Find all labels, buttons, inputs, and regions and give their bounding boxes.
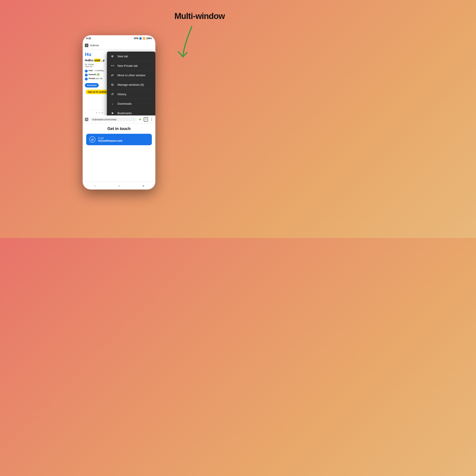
menu-item-private-tab-label: New Private tab (118, 64, 138, 68)
move-window-icon: ⇄ (110, 73, 114, 77)
lower-url-bar[interactable]: hubrowser.com/contac (90, 118, 137, 121)
signup-button[interactable]: Sign-up for updates (86, 90, 109, 94)
upper-browser-content: Hu HuBro user , p By SingapYitao Hu Fast… (83, 49, 155, 116)
downloads-icon: ↓ (110, 102, 114, 105)
menu-item-manage-windows-label: Manage windows (6) (118, 83, 144, 86)
menu-item-history-label: History (118, 93, 126, 96)
new-tab-icon: ⊕ (110, 54, 114, 58)
status-battery: 100% (146, 37, 152, 40)
status-bar: 4:32 VPN 🔵 📶 100% (83, 35, 155, 41)
menu-item-bookmarks[interactable]: ★ Bookmarks (107, 108, 155, 116)
recents-button[interactable]: ≡ (140, 183, 146, 189)
home-button[interactable]: ○ (116, 183, 122, 189)
status-wifi-icon: 📶 (143, 37, 145, 40)
menu-item-move-window[interactable]: ⇄ Move to other window (107, 70, 155, 80)
menu-item-downloads-label: Downloads (118, 102, 132, 105)
at-icon: @ (89, 136, 95, 143)
feature-fast-text: Fast – s tracking... (89, 69, 105, 72)
logo-h: H (85, 51, 88, 57)
email-card[interactable]: @ Email hi@selfreason.com (86, 134, 152, 145)
private-tab-icon: 👓 (110, 64, 114, 68)
phone-frame: 4:32 VPN 🔵 📶 100% ⇌ hubrow Hu HuBro user… (83, 35, 155, 189)
extension-icon[interactable]: 🧩 (138, 118, 142, 121)
annotation-arrow (172, 24, 198, 60)
manage-windows-icon: ⧉ (110, 83, 114, 87)
email-label: Email (98, 137, 122, 139)
menu-item-new-tab[interactable]: ⊕ New tab (107, 51, 155, 61)
email-info: Email hi@selfreason.com (98, 137, 122, 142)
feature-powerful-text: Powerfu ✅ (89, 73, 99, 76)
menu-item-move-window-label: Move to other window (118, 74, 145, 77)
check-icon-3 (85, 78, 88, 80)
get-in-touch-heading: Get in touch (86, 126, 152, 131)
menu-item-manage-windows[interactable]: ⧉ Manage windows (6) (107, 80, 155, 89)
bookmarks-icon: ★ (110, 111, 114, 115)
menu-item-downloads[interactable]: ↓ Downloads (107, 99, 155, 108)
tab-switcher-icon[interactable]: ⇌ (85, 44, 88, 47)
feature-private-text: Private your da (89, 77, 102, 80)
status-vpn: VPN (134, 37, 138, 40)
check-icon-1 (85, 70, 88, 72)
lower-browser-content: Get in touch @ Email hi@selfreason.com (83, 123, 155, 182)
back-button[interactable]: ‹ (92, 183, 98, 189)
check-icon-2 (85, 74, 88, 76)
email-value: hi@selfreason.com (98, 139, 122, 142)
menu-item-bookmarks-label: Bookmarks (118, 112, 132, 115)
context-menu: ⊕ New tab 👓 New Private tab ⇄ Move to ot… (107, 51, 155, 116)
title-main: HuBro (85, 59, 94, 62)
tab-count-badge[interactable]: 2 (144, 117, 148, 122)
upper-browser-bar: ⇌ hubrow (83, 41, 155, 49)
bottom-nav: ‹ ○ ≡ (83, 182, 155, 189)
annotation-title: Multi-window (174, 12, 225, 21)
title-highlight: user (94, 59, 100, 62)
menu-item-private-tab[interactable]: 👓 New Private tab (107, 61, 155, 70)
upper-url-bar[interactable]: hubrow (90, 44, 99, 47)
lower-window: ⇌ hubrowser.com/contac 🧩 2 ⋮ Get in touc… (83, 116, 155, 182)
history-icon: ↺ (110, 92, 114, 96)
logo-u: u (88, 51, 91, 57)
more-options-icon[interactable]: ⋮ (150, 117, 153, 121)
menu-item-history[interactable]: ↺ History (107, 89, 155, 99)
download-button[interactable]: Download (85, 83, 99, 87)
status-time: 4:32 (86, 37, 91, 40)
menu-item-new-tab-label: New tab (118, 55, 128, 58)
status-bluetooth-icon: 🔵 (139, 37, 142, 40)
lower-tab-icon: ⇌ (85, 118, 88, 121)
title-suffix: , p (101, 59, 104, 62)
lower-browser-bar: ⇌ hubrowser.com/contac 🧩 2 ⋮ (83, 116, 155, 123)
